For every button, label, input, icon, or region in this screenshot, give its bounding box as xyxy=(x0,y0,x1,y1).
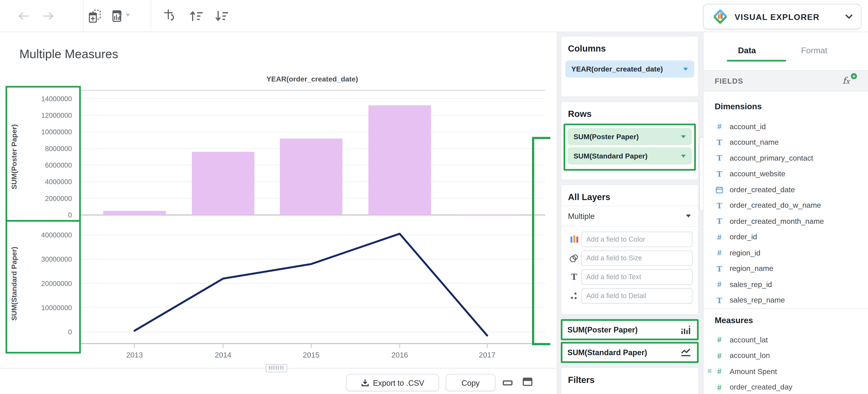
field-order_created_date[interactable]: order_created_date xyxy=(704,182,868,198)
calculated-field-icon: = xyxy=(708,367,712,375)
pill-label: YEAR(order_created_date) xyxy=(565,65,683,73)
x-tick-2013: 2013 xyxy=(126,351,143,359)
copy-button[interactable]: Copy xyxy=(445,374,495,391)
detail-icon xyxy=(567,292,581,300)
line-series-standard-paper[interactable] xyxy=(134,234,487,336)
svg-text:30000000: 30000000 xyxy=(41,255,72,263)
measures-list: #account_lat#account_lon=#Amount Spent#o… xyxy=(704,332,868,394)
chart-canvas: Multiple Measures YEAR(order_created_dat… xyxy=(0,32,556,394)
field-label: order_created_do_w_name xyxy=(730,201,821,209)
text-icon: T xyxy=(715,264,724,273)
redo-arrow-icon[interactable] xyxy=(40,8,58,24)
field-label: account_name xyxy=(730,138,779,146)
add-a-field-to-size-input[interactable] xyxy=(581,250,692,266)
all-layers-panel: All Layers Multiple T xyxy=(561,185,699,315)
minimize-icon[interactable] xyxy=(503,379,513,386)
field-account_primary_contact[interactable]: Taccount_primary_contact xyxy=(704,150,868,166)
line-chart-standard-paper[interactable]: 0100000002000000030000000400000002013201… xyxy=(0,222,546,361)
text-icon: T xyxy=(715,153,724,163)
layer-slot-row xyxy=(561,249,698,268)
tab-format[interactable]: Format xyxy=(801,46,827,55)
tab-data[interactable]: Data xyxy=(738,46,756,55)
line-chart-icon xyxy=(680,348,691,357)
sort-ascending-icon[interactable] xyxy=(187,8,205,24)
x-tick-2014: 2014 xyxy=(215,351,231,359)
svg-text:4000000: 4000000 xyxy=(45,178,72,186)
color-icon xyxy=(567,235,581,244)
toolbar: VISUAL EXPLORER xyxy=(0,0,868,32)
export-csv-button[interactable]: Export to .CSV xyxy=(346,374,439,391)
resize-grip-handle[interactable] xyxy=(266,364,287,372)
number-icon: # xyxy=(715,335,724,344)
field-order_created_day[interactable]: #order_created_day xyxy=(704,379,868,394)
maximize-icon[interactable] xyxy=(523,377,532,386)
divider xyxy=(704,308,868,309)
field-account_name[interactable]: Taccount_name xyxy=(704,134,868,150)
shelf-pill[interactable]: SUM(Standard Paper) xyxy=(567,147,692,165)
rows-shelf-title: Rows xyxy=(561,102,698,123)
swap-axes-icon[interactable] xyxy=(162,8,180,24)
bar-2015[interactable] xyxy=(280,139,342,215)
svg-text:0: 0 xyxy=(68,211,72,219)
field-label: account_id xyxy=(730,122,766,131)
fields-header-label: FIELDS xyxy=(704,77,843,85)
add-a-field-to-text-input[interactable] xyxy=(581,269,692,285)
dimensions-section-title: Dimensions xyxy=(715,102,762,111)
number-icon: # xyxy=(715,122,724,131)
field-account_id[interactable]: #account_id xyxy=(704,119,868,134)
svg-text:14000000: 14000000 xyxy=(41,95,72,103)
svg-text:6000000: 6000000 xyxy=(45,161,72,169)
svg-text:10000000: 10000000 xyxy=(41,304,72,312)
new-calculation-icon[interactable]: fx + xyxy=(843,75,856,86)
field-label: order_created_month_name xyxy=(730,217,824,225)
visual-explorer-app: VISUAL EXPLORER Multiple Measures YEAR(o… xyxy=(0,0,868,394)
shelf-pill[interactable]: YEAR(order_created_date) xyxy=(565,60,694,78)
app-switcher-button[interactable]: VISUAL EXPLORER xyxy=(703,4,861,29)
measure-layer-poster-paper[interactable]: SUM(Poster Paper) xyxy=(561,319,699,340)
add-a-field-to-color-input[interactable] xyxy=(581,232,692,247)
pill-label: SUM(Standard Paper) xyxy=(567,152,680,160)
columns-shelf-title: Columns xyxy=(561,36,698,57)
field-order_created_do_w_name[interactable]: Torder_created_do_w_name xyxy=(704,198,868,213)
bar-2013[interactable] xyxy=(103,211,166,215)
field-Amount_Spent[interactable]: =#Amount Spent xyxy=(704,363,868,379)
number-icon: # xyxy=(715,383,724,392)
svg-text:0: 0 xyxy=(68,328,72,336)
bar-2017[interactable] xyxy=(456,215,519,215)
new-visualization-icon[interactable] xyxy=(86,8,104,24)
shelf-panels: Columns YEAR(order_created_date) Rows SU… xyxy=(556,32,703,394)
field-region_id[interactable]: #region_id xyxy=(704,245,868,260)
text-icon: T xyxy=(715,217,724,226)
layer-selector-dropdown[interactable]: Multiple xyxy=(561,206,698,226)
remove-visualization-icon[interactable] xyxy=(110,8,134,24)
chevron-down-icon xyxy=(845,14,853,19)
field-sales_rep_name[interactable]: Tsales_rep_name xyxy=(704,292,868,308)
field-label: account_lon xyxy=(730,351,770,360)
toolbar-separator xyxy=(151,0,151,31)
all-layers-title: All Layers xyxy=(561,185,698,205)
field-label: sales_rep_id xyxy=(730,280,772,288)
layer-selector-value: Multiple xyxy=(568,212,685,221)
field-account_website[interactable]: Taccount_website xyxy=(704,166,868,181)
field-order_created_month_name[interactable]: Torder_created_month_name xyxy=(704,214,868,229)
text-icon: T xyxy=(567,272,581,282)
bar-2016[interactable] xyxy=(368,105,431,215)
x-tick-2015: 2015 xyxy=(303,351,319,359)
field-order_id[interactable]: #order_id xyxy=(704,229,868,245)
field-account_lat[interactable]: #account_lat xyxy=(704,332,868,347)
field-sales_rep_id[interactable]: #sales_rep_id xyxy=(704,277,868,292)
shelf-pill[interactable]: SUM(Poster Paper) xyxy=(567,128,692,145)
field-region_name[interactable]: Tregion_name xyxy=(704,261,868,277)
measure-layer-label: SUM(Standard Paper) xyxy=(562,348,680,357)
bar-chart-poster-paper[interactable]: 0200000040000006000000800000010000000120… xyxy=(0,89,546,219)
filters-shelf: Filters xyxy=(561,367,699,394)
x-tick-2017: 2017 xyxy=(479,351,495,359)
text-icon: T xyxy=(715,138,724,147)
add-a-field-to-detail-input[interactable] xyxy=(581,288,692,304)
sort-descending-icon[interactable] xyxy=(213,8,230,24)
undo-arrow-icon[interactable] xyxy=(14,8,32,24)
field-account_lon[interactable]: #account_lon xyxy=(704,348,868,363)
measure-layer-standard-paper[interactable]: SUM(Standard Paper) xyxy=(561,342,699,363)
bar-2014[interactable] xyxy=(192,152,254,215)
field-label: account_lat xyxy=(730,336,768,344)
